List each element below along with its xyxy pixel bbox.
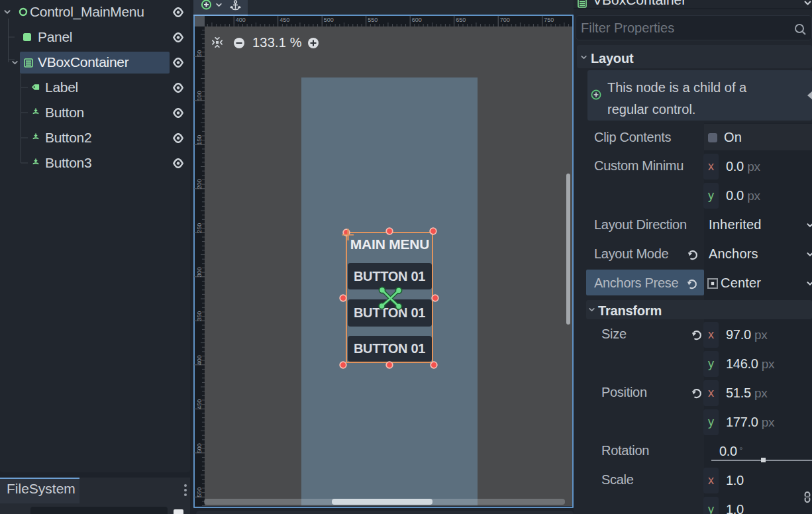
svg-text:700: 700 bbox=[500, 17, 510, 23]
svg-text:50: 50 bbox=[196, 50, 203, 56]
svg-text:750: 750 bbox=[544, 17, 554, 23]
svg-text:650: 650 bbox=[456, 17, 466, 23]
svg-text:400: 400 bbox=[236, 17, 246, 23]
svg-text:350: 350 bbox=[196, 311, 203, 321]
svg-text:450: 450 bbox=[196, 399, 203, 409]
svg-text:600: 600 bbox=[412, 17, 422, 23]
svg-text:400: 400 bbox=[196, 355, 203, 365]
svg-text:550: 550 bbox=[196, 487, 203, 497]
svg-text:250: 250 bbox=[196, 223, 203, 232]
svg-text:550: 550 bbox=[368, 17, 378, 23]
svg-text:450: 450 bbox=[279, 17, 289, 23]
svg-text:200: 200 bbox=[196, 179, 203, 189]
svg-text:500: 500 bbox=[324, 17, 334, 23]
svg-text:100: 100 bbox=[196, 91, 203, 101]
svg-text:150: 150 bbox=[196, 134, 203, 144]
svg-text:500: 500 bbox=[196, 443, 203, 453]
svg-text:300: 300 bbox=[196, 267, 203, 277]
